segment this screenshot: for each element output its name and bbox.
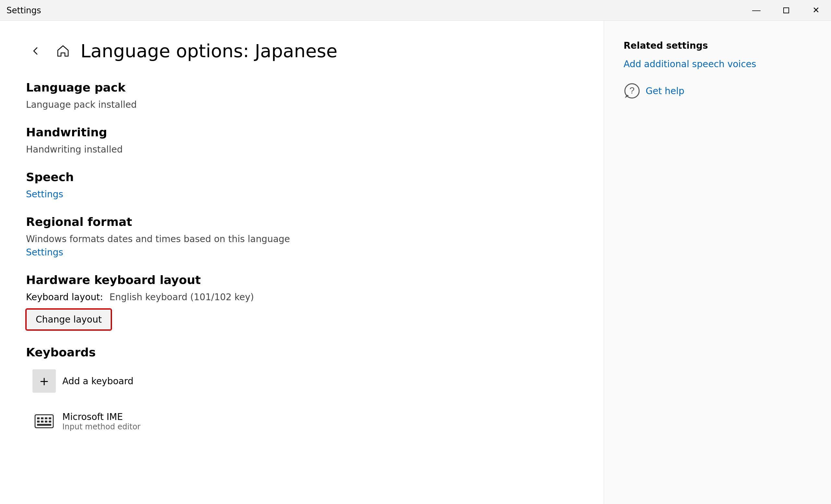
svg-rect-0 xyxy=(783,8,789,13)
svg-rect-8 xyxy=(45,421,48,422)
ime-name: Microsoft IME xyxy=(62,412,141,422)
back-button[interactable] xyxy=(26,41,46,61)
svg-text:?: ? xyxy=(629,85,635,95)
microsoft-ime-item: Microsoft IME Input method editor xyxy=(26,404,578,438)
get-help-row: ? Get help xyxy=(624,83,811,99)
speech-title: Speech xyxy=(26,170,578,184)
svg-rect-7 xyxy=(41,421,44,422)
svg-rect-9 xyxy=(49,421,51,422)
get-help-icon: ? xyxy=(624,83,640,99)
speech-voices-link[interactable]: Add additional speech voices xyxy=(624,59,811,69)
right-panel: Related settings Add additional speech v… xyxy=(604,21,831,504)
plus-icon: + xyxy=(32,369,56,393)
language-pack-title: Language pack xyxy=(26,81,578,94)
svg-rect-5 xyxy=(49,417,51,419)
app-title: Settings xyxy=(6,5,41,15)
regional-format-title: Regional format xyxy=(26,215,578,229)
keyboard-layout-row: Keyboard layout: English keyboard (101/1… xyxy=(26,292,578,302)
change-layout-button[interactable]: Change layout xyxy=(26,309,111,330)
svg-rect-3 xyxy=(41,417,44,419)
title-bar: Settings — ✕ xyxy=(0,0,831,21)
home-button[interactable] xyxy=(53,41,73,61)
regional-format-description: Windows formats dates and times based on… xyxy=(26,234,578,244)
svg-rect-6 xyxy=(37,421,39,422)
section-hardware-keyboard: Hardware keyboard layout Keyboard layout… xyxy=(26,273,578,330)
close-button[interactable]: ✕ xyxy=(801,0,831,21)
section-language-pack: Language pack Language pack installed xyxy=(26,81,578,110)
keyboard-layout-value: English keyboard (101/102 key) xyxy=(109,292,254,302)
section-regional-format: Regional format Windows formats dates an… xyxy=(26,215,578,258)
section-speech: Speech Settings xyxy=(26,170,578,200)
handwriting-status: Handwriting installed xyxy=(26,144,578,155)
keyboards-title: Keyboards xyxy=(26,346,578,359)
title-bar-controls: — ✕ xyxy=(741,0,831,21)
content-wrapper: Language options: Japanese Language pack… xyxy=(0,21,831,504)
section-handwriting: Handwriting Handwriting installed xyxy=(26,126,578,155)
get-help-link[interactable]: Get help xyxy=(646,86,684,96)
minimize-button[interactable]: — xyxy=(741,0,771,21)
title-bar-left: Settings xyxy=(0,5,41,15)
speech-settings-link[interactable]: Settings xyxy=(26,189,63,200)
hardware-keyboard-title: Hardware keyboard layout xyxy=(26,273,578,287)
page-title: Language options: Japanese xyxy=(81,40,337,61)
svg-rect-2 xyxy=(37,417,39,419)
keyboard-layout-label: Keyboard layout: xyxy=(26,292,103,302)
svg-rect-4 xyxy=(45,417,48,419)
language-pack-status: Language pack installed xyxy=(26,99,578,110)
main-content: Language options: Japanese Language pack… xyxy=(0,21,604,504)
ime-text: Microsoft IME Input method editor xyxy=(62,412,141,431)
page-header: Language options: Japanese xyxy=(26,40,578,61)
ime-description: Input method editor xyxy=(62,422,141,431)
section-keyboards: Keyboards + Add a keyboard xyxy=(26,346,578,438)
handwriting-title: Handwriting xyxy=(26,126,578,139)
add-keyboard-button[interactable]: + Add a keyboard xyxy=(26,364,140,398)
add-keyboard-label: Add a keyboard xyxy=(62,376,134,387)
related-settings-title: Related settings xyxy=(624,40,811,51)
maximize-button[interactable] xyxy=(771,0,801,21)
regional-format-settings-link[interactable]: Settings xyxy=(26,247,63,258)
ime-icon xyxy=(32,410,56,433)
svg-rect-10 xyxy=(37,424,51,426)
